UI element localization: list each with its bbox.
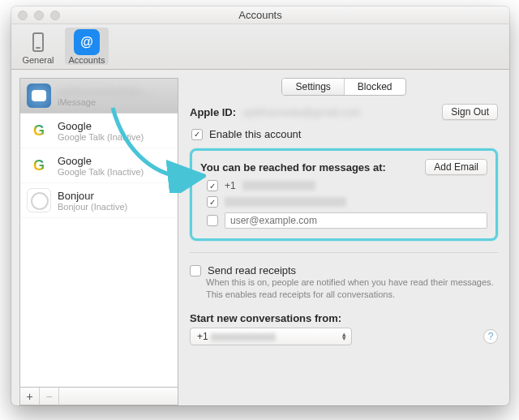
enable-account-row: Enable this account [190, 128, 498, 140]
start-from-value: +1 [197, 331, 276, 342]
help-button[interactable]: ? [483, 329, 498, 344]
account-detail-pane: Settings Blocked Apple ID: splitframedia… [178, 70, 509, 405]
enable-account-label: Enable this account [209, 128, 301, 140]
read-receipts-checkbox[interactable] [190, 265, 201, 276]
reach-email-redacted [225, 197, 346, 207]
at-icon: @ [74, 29, 100, 55]
bonjour-icon [27, 188, 51, 212]
reach-item-email [207, 196, 487, 208]
account-name: Google [58, 120, 144, 132]
account-name: Bonjour [58, 190, 127, 202]
new-email-input[interactable] [225, 212, 487, 229]
reach-email-checkbox[interactable] [207, 196, 218, 208]
chevron-updown-icon: ▴▾ [342, 332, 346, 340]
account-sub: Bonjour (Inactive) [58, 202, 127, 212]
accounts-list[interactable]: splitframedia@gm… iMessage G Google Goog… [19, 78, 178, 388]
account-sub: Google Talk (Inactive) [58, 132, 144, 142]
content-area: splitframedia@gm… iMessage G Google Goog… [11, 70, 509, 405]
google-icon: G [27, 153, 51, 178]
toolbar-general[interactable]: General [16, 28, 60, 65]
apple-id-label: Apple ID: [190, 106, 236, 118]
account-tabs: Settings Blocked [281, 78, 405, 96]
reach-phone-redacted [242, 181, 315, 191]
svg-text:@: @ [80, 35, 93, 49]
tab-settings[interactable]: Settings [282, 79, 343, 95]
toolbar-general-label: General [22, 55, 54, 65]
reach-phone-prefix: +1 [225, 180, 236, 191]
account-item-google-2[interactable]: G Google Google Talk (Inactive) [20, 148, 178, 183]
account-name-redacted: splitframedia@gm… [58, 85, 153, 97]
accounts-sidebar: splitframedia@gm… iMessage G Google Goog… [11, 70, 178, 405]
add-account-button[interactable]: + [20, 388, 40, 405]
window-title: Accounts [11, 9, 509, 21]
account-item-imessage[interactable]: splitframedia@gm… iMessage [20, 79, 178, 114]
toolbar-accounts-label: Accounts [68, 55, 105, 65]
enable-account-checkbox[interactable] [191, 129, 203, 140]
tab-blocked[interactable]: Blocked [344, 79, 405, 95]
read-receipts-section: Send read receipts When this is on, peop… [190, 264, 498, 301]
accounts-list-footer: + − [19, 388, 178, 405]
imessage-icon [27, 84, 51, 108]
reach-item-new [207, 212, 487, 229]
reach-item-phone: +1 [207, 180, 487, 191]
reached-at-heading: You can be reached for messages at: [200, 161, 386, 174]
apple-id-value-redacted: splitframedia@gmail.com [242, 106, 361, 118]
start-from-section: Start new conversations from: +1 ▴▾ ? [190, 312, 498, 345]
divider [190, 252, 498, 253]
accounts-preferences-window: Accounts General @ Accounts splitframedi… [11, 6, 509, 405]
account-item-bonjour[interactable]: Bonjour Bonjour (Inactive) [20, 183, 178, 218]
read-receipts-label: Send read receipts [208, 264, 296, 276]
sign-out-button[interactable]: Sign Out [442, 104, 498, 120]
toolbar-accounts[interactable]: @ Accounts [65, 28, 109, 65]
remove-account-button[interactable]: − [40, 388, 59, 405]
start-from-select[interactable]: +1 ▴▾ [190, 328, 352, 345]
reached-at-list: +1 [200, 180, 487, 229]
account-item-google-1[interactable]: G Google Google Talk (Inactive) [20, 114, 178, 148]
start-from-label: Start new conversations from: [190, 312, 498, 324]
read-receipts-hint: When this is on, people are notified whe… [190, 276, 498, 301]
reach-new-checkbox[interactable] [207, 215, 218, 226]
account-sub: Google Talk (Inactive) [58, 167, 144, 177]
phone-icon [25, 29, 51, 55]
reach-phone-checkbox[interactable] [207, 180, 218, 191]
account-name: Google [58, 155, 144, 167]
account-sub: iMessage [58, 97, 153, 107]
preferences-toolbar: General @ Accounts [11, 24, 509, 70]
apple-id-row: Apple ID: splitframedia@gmail.com Sign O… [190, 104, 498, 120]
google-icon: G [27, 118, 51, 143]
reached-at-section: You can be reached for messages at: Add … [190, 148, 498, 241]
titlebar: Accounts [11, 6, 509, 24]
add-email-button[interactable]: Add Email [425, 159, 487, 175]
